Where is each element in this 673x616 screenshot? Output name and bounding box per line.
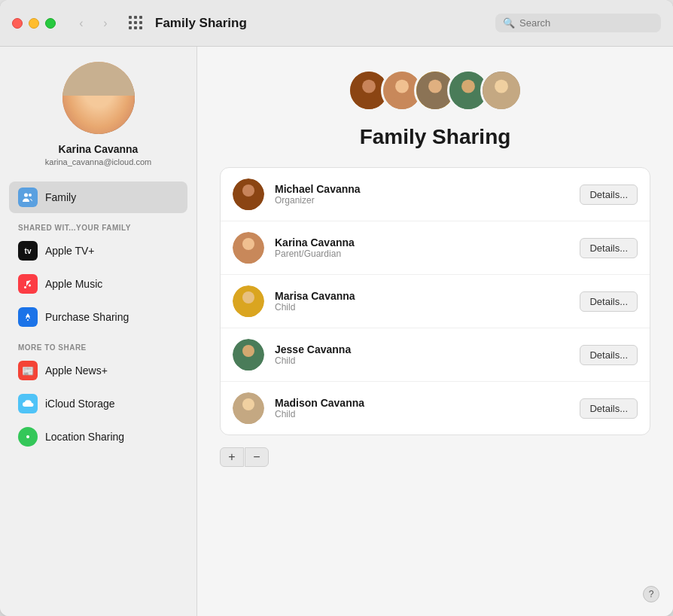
svg-point-4	[26, 435, 29, 438]
member-role-karina: Parent/Guardian	[275, 249, 569, 259]
sidebar-item-appletv-label: Apple TV+	[45, 245, 95, 257]
main-content: Karina Cavanna karina_cavanna@icloud.com…	[0, 47, 673, 616]
svg-point-33	[242, 398, 254, 410]
remove-member-button[interactable]: −	[245, 447, 269, 467]
svg-point-0	[24, 194, 28, 197]
search-bar[interactable]: 🔍	[495, 14, 661, 32]
member-name-karina: Karina Cavanna	[275, 236, 569, 249]
svg-point-21	[242, 184, 254, 197]
close-button[interactable]	[12, 18, 23, 29]
svg-point-15	[461, 80, 475, 93]
details-button-jesse[interactable]: Details...	[580, 345, 638, 365]
main-window: ‹ › Family Sharing 🔍 Karina Cav	[0, 0, 673, 616]
minimize-button[interactable]	[29, 18, 39, 29]
sidebar-item-applenews[interactable]: 📰 Apple News+	[9, 355, 187, 386]
member-role-michael: Organizer	[275, 195, 569, 206]
family-list: Michael Cavanna Organizer Details...	[220, 167, 650, 435]
member-info-marisa: Marisa Cavanna Child	[275, 290, 569, 313]
member-info-madison: Madison Cavanna Child	[275, 397, 569, 419]
applemusic-icon	[18, 274, 38, 294]
svg-point-7	[358, 96, 380, 111]
svg-point-1	[29, 194, 32, 197]
back-button[interactable]: ‹	[71, 13, 92, 34]
sidebar: Karina Cavanna karina_cavanna@icloud.com…	[0, 47, 197, 616]
help-button[interactable]: ?	[643, 586, 659, 602]
window-title: Family Sharing	[155, 16, 486, 31]
applenews-icon: 📰	[18, 361, 38, 380]
list-controls: + −	[220, 447, 269, 467]
details-button-michael[interactable]: Details...	[580, 184, 638, 205]
svg-point-24	[242, 238, 254, 250]
svg-point-27	[242, 291, 254, 303]
member-info-jesse: Jesse Cavanna Child	[275, 343, 569, 366]
sidebar-item-applemusic[interactable]: Apple Music	[9, 268, 187, 300]
sidebar-item-family-label: Family	[45, 191, 76, 203]
sidebar-item-icloud[interactable]: iCloud Storage	[9, 388, 187, 419]
shared-section-header: SHARED WIT...YOUR FAMILY	[9, 215, 187, 235]
family-row-jesse: Jesse Cavanna Child Details...	[221, 328, 650, 382]
fullscreen-button[interactable]	[45, 18, 56, 29]
details-button-marisa[interactable]: Details...	[580, 291, 638, 312]
member-avatar-jesse	[233, 339, 264, 371]
svg-point-2	[27, 319, 29, 321]
family-row-michael: Michael Cavanna Organizer Details...	[221, 168, 650, 221]
location-icon	[18, 427, 38, 447]
family-row-karina: Karina Cavanna Parent/Guardian Details..…	[221, 221, 650, 275]
search-input[interactable]	[519, 17, 653, 29]
member-avatar-madison	[233, 392, 264, 424]
member-role-marisa: Child	[275, 302, 569, 313]
details-button-karina[interactable]: Details...	[580, 238, 638, 258]
family-icon	[18, 188, 38, 207]
family-row-madison: Madison Cavanna Child Details...	[221, 382, 650, 435]
member-role-madison: Child	[275, 409, 569, 419]
member-info-michael: Michael Cavanna Organizer	[275, 183, 569, 206]
family-avatars-row	[348, 69, 522, 111]
sidebar-item-purchasesharing-label: Purchase Sharing	[45, 311, 129, 323]
appstore-icon	[18, 307, 38, 327]
svg-point-19	[491, 96, 513, 111]
user-name: Karina Cavanna	[59, 143, 139, 155]
sidebar-item-location[interactable]: Location Sharing	[9, 421, 187, 453]
more-section-header: MORE TO SHARE	[9, 334, 187, 355]
family-row-marisa: Marisa Cavanna Child Details...	[221, 275, 650, 328]
member-name-jesse: Jesse Cavanna	[275, 343, 569, 355]
sidebar-item-appletv[interactable]: tv Apple TV+	[9, 235, 187, 267]
forward-button[interactable]: ›	[95, 13, 116, 34]
svg-point-10	[391, 96, 413, 111]
grid-button[interactable]	[125, 13, 146, 34]
user-email: karina_cavanna@icloud.com	[45, 157, 151, 166]
member-avatar-karina	[233, 232, 264, 264]
sidebar-item-location-label: Location Sharing	[45, 431, 124, 443]
user-avatar	[62, 62, 135, 134]
svg-point-18	[495, 80, 508, 93]
nav-buttons: ‹ ›	[71, 13, 116, 34]
sidebar-item-purchasesharing[interactable]: Purchase Sharing	[9, 301, 187, 333]
member-name-michael: Michael Cavanna	[275, 183, 569, 195]
details-button-madison[interactable]: Details...	[580, 398, 638, 419]
titlebar: ‹ › Family Sharing 🔍	[0, 0, 673, 47]
sidebar-item-applemusic-label: Apple Music	[45, 278, 102, 290]
traffic-lights	[12, 18, 56, 29]
add-member-button[interactable]: +	[220, 447, 244, 467]
member-info-karina: Karina Cavanna Parent/Guardian	[275, 236, 569, 259]
svg-point-12	[428, 80, 442, 93]
page-title: Family Sharing	[360, 125, 511, 149]
sidebar-item-icloud-label: iCloud Storage	[45, 398, 115, 410]
avatar-face	[62, 62, 135, 134]
svg-point-13	[425, 96, 446, 111]
appletv-icon: tv	[18, 241, 38, 261]
grid-icon	[129, 16, 143, 30]
sidebar-item-family[interactable]: Family	[9, 181, 187, 213]
svg-point-30	[242, 345, 254, 357]
member-avatar-michael	[233, 178, 264, 210]
svg-point-9	[395, 80, 409, 93]
svg-point-6	[362, 80, 376, 93]
member-name-madison: Madison Cavanna	[275, 397, 569, 409]
icloud-icon	[18, 394, 38, 413]
svg-point-16	[458, 96, 480, 111]
member-name-marisa: Marisa Cavanna	[275, 290, 569, 302]
right-panel: Family Sharing Michael Cavanna Organiz	[197, 47, 673, 616]
sidebar-item-applenews-label: Apple News+	[45, 364, 108, 377]
family-avatar-madison	[480, 69, 522, 111]
member-role-jesse: Child	[275, 355, 569, 366]
